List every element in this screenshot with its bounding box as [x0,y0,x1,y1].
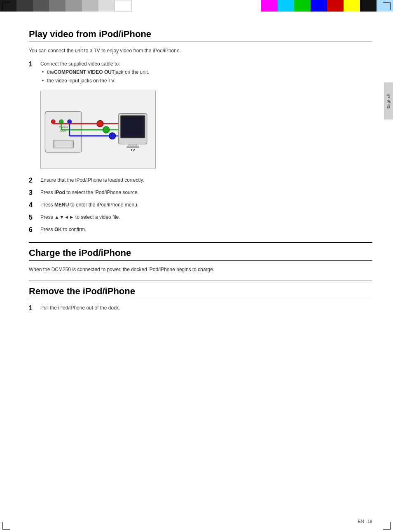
swatch [33,0,49,12]
step-number-4: 4 [29,200,40,210]
section-title-play-video: Play video from iPod/iPhone [29,29,372,42]
section-title-remove: Remove the iPod/iPhone [29,286,372,299]
step-content-remove-1: Pull the iPod/iPhone out of the dock. [40,304,372,313]
svg-point-14 [97,120,103,127]
connection-diagram: VIDEO OUT [40,91,156,169]
swatch [115,0,132,12]
swatch [360,0,377,12]
swatch [344,0,360,12]
step-1: 1 Connect the supplied video cable to: t… [29,60,372,86]
swatch [294,0,311,12]
step-content-3: Press iPod to select the iPod/iPhone sou… [40,189,372,198]
step-content-2: Ensure that the iPod/iPhone is loaded co… [40,176,372,185]
step-text-1: Connect the supplied video cable to: [40,61,120,67]
svg-rect-22 [122,117,143,136]
swatch [66,0,82,12]
step-number-5: 5 [29,213,40,223]
section-charge: Charge the iPod/iPhone When the DCM250 i… [29,248,372,273]
svg-point-16 [109,133,116,139]
swatch [49,0,66,12]
section-play-video: Play video from iPod/iPhone You can conn… [29,29,372,235]
step-content-6: Press OK to confirm. [40,226,372,235]
svg-rect-3 [55,141,72,147]
corner-mark-tl [2,2,10,10]
corner-mark-br [383,522,391,530]
language-footer: EN [358,519,364,524]
corner-mark-tr [383,2,391,10]
divider-1 [29,242,372,243]
bullet-item: the video input jacks on the TV. [40,77,372,84]
step-remove-1: 1 Pull the iPod/iPhone out of the dock. [29,304,372,313]
swatch [16,0,33,12]
page-footer: EN 19 [358,519,372,524]
step-3: 3 Press iPod to select the iPod/iPhone s… [29,189,372,198]
svg-text:TV: TV [130,148,135,152]
section-intro-play-video: You can connect the unit to a TV to enjo… [29,47,372,54]
main-content: Play video from iPod/iPhone You can conn… [29,29,372,507]
step-number-2: 2 [29,176,40,185]
step-number-1: 1 [29,59,40,86]
step-text-2: Ensure that the iPod/iPhone is loaded co… [40,177,144,183]
svg-text:VIDEO: VIDEO [59,125,68,128]
step-content-5: Press ▲▼◄► to select a video file. [40,213,372,223]
step-5: 5 Press ▲▼◄► to select a video file. [29,213,372,223]
svg-point-6 [51,120,55,124]
language-tab: English [384,82,393,120]
language-label: English [386,94,391,109]
swatch [261,0,278,12]
step-6: 6 Press OK to confirm. [29,226,372,235]
step-2: 2 Ensure that the iPod/iPhone is loaded … [29,176,372,185]
step-text-remove-1: Pull the iPod/iPhone out of the dock. [40,305,120,311]
step-4: 4 Press MENU to enter the iPod/iPhone me… [29,201,372,210]
swatch [98,0,115,12]
divider-2 [29,281,372,281]
step-content-4: Press MENU to enter the iPod/iPhone menu… [40,201,372,210]
section-title-charge: Charge the iPod/iPhone [29,248,372,261]
step-number-remove-1: 1 [29,303,40,313]
svg-point-8 [68,120,72,124]
color-bar-right [261,0,393,12]
svg-rect-25 [126,146,139,148]
swatch [327,0,344,12]
corner-mark-bl [2,522,10,530]
swatch [82,0,98,12]
bullet-item: the COMPONENT VIDEO OUT jack on the unit… [40,68,372,76]
step-content-1: Connect the supplied video cable to: the… [40,60,372,86]
step-number-6: 6 [29,225,40,235]
color-bar-left [0,0,132,12]
steps-remove: 1 Pull the iPod/iPhone out of the dock. [29,304,372,313]
svg-point-15 [103,127,110,133]
page-number: 19 [367,519,372,524]
section-remove: Remove the iPod/iPhone 1 Pull the iPod/i… [29,286,372,313]
swatch [311,0,327,12]
section-intro-charge: When the DCM250 is connected to power, t… [29,266,372,273]
step-number-3: 3 [29,188,40,198]
steps-play-video: 1 Connect the supplied video cable to: t… [29,60,372,235]
swatch [278,0,294,12]
svg-point-7 [59,120,63,124]
bullet-list-1: the COMPONENT VIDEO OUT jack on the unit… [40,68,372,84]
